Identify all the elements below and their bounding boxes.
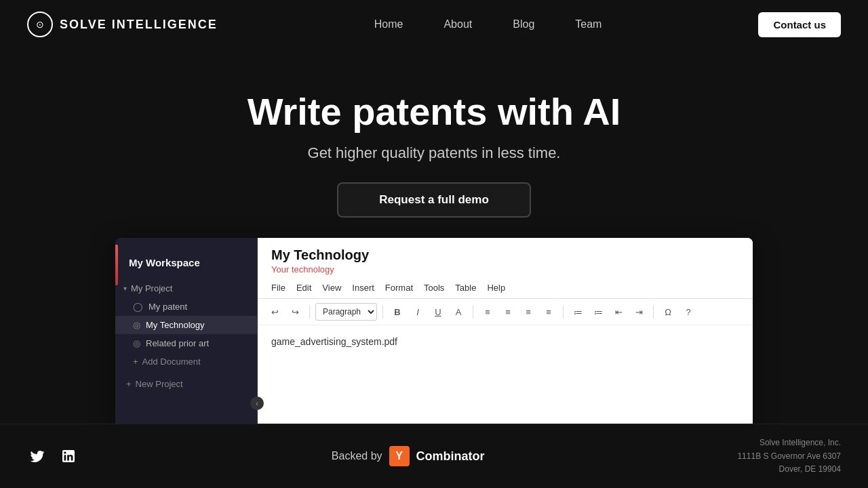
app-window: My Workspace ▾ My Project ◯ My patent ◎ … bbox=[115, 238, 753, 424]
menu-edit[interactable]: Edit bbox=[296, 283, 311, 293]
hero-subtitle: Get higher quality patents in less time. bbox=[14, 144, 854, 162]
special-chars-button[interactable]: Ω bbox=[659, 303, 677, 321]
align-justify-button[interactable]: ≡ bbox=[540, 303, 557, 321]
menu-table[interactable]: Table bbox=[455, 283, 476, 293]
undo-button[interactable]: ↩ bbox=[266, 303, 283, 321]
font-color-button[interactable]: A bbox=[450, 303, 467, 321]
nav-links: Home About Blog Team bbox=[374, 18, 602, 30]
project-section: ▾ My Project ◯ My patent ◎ My Technology… bbox=[115, 279, 257, 371]
toolbar-divider bbox=[309, 305, 310, 319]
combinator-text: Combinator bbox=[416, 449, 485, 464]
backed-by-text: Backed by bbox=[332, 450, 382, 462]
align-center-button[interactable]: ≡ bbox=[499, 303, 517, 321]
twitter-icon[interactable] bbox=[27, 446, 47, 466]
sidebar-item-label: My Technology bbox=[146, 320, 204, 330]
yc-badge: Y bbox=[389, 446, 410, 466]
prior-art-icon: ◎ bbox=[133, 338, 140, 348]
editor-menubar: File Edit View Insert Format Tools Table… bbox=[258, 277, 753, 299]
italic-button[interactable]: I bbox=[409, 303, 427, 321]
menu-help[interactable]: Help bbox=[487, 283, 505, 293]
numbered-list-button[interactable]: ≔ bbox=[589, 303, 607, 321]
indent-dec-button[interactable]: ⇤ bbox=[610, 303, 627, 321]
indent-inc-button[interactable]: ⇥ bbox=[630, 303, 648, 321]
company-name: Solve Intelligence, Inc. bbox=[737, 436, 841, 449]
align-right-button[interactable]: ≡ bbox=[519, 303, 537, 321]
editor-subtitle: Your technology bbox=[271, 264, 739, 274]
menu-view[interactable]: View bbox=[322, 283, 341, 293]
address-line1: 1111B S Governor Ave 6307 bbox=[737, 450, 841, 463]
menu-insert[interactable]: Insert bbox=[352, 283, 374, 293]
nav-team[interactable]: Team bbox=[575, 18, 601, 30]
linkedin-icon[interactable] bbox=[58, 446, 79, 466]
toolbar-divider-3 bbox=[473, 305, 473, 319]
add-document-button[interactable]: + Add Document bbox=[115, 352, 257, 371]
project-header[interactable]: ▾ My Project bbox=[115, 279, 257, 298]
technology-icon: ◎ bbox=[133, 320, 140, 330]
sidebar-item-prior-art[interactable]: ◎ Related prior art bbox=[115, 334, 257, 352]
footer-right: Solve Intelligence, Inc. 1111B S Governo… bbox=[737, 436, 841, 476]
workspace-title: My Workspace bbox=[115, 251, 257, 279]
paragraph-select[interactable]: Paragraph bbox=[315, 303, 377, 321]
menu-file[interactable]: File bbox=[271, 283, 285, 293]
editor-area: My Technology Your technology File Edit … bbox=[258, 238, 753, 424]
address-line2: Dover, DE 19904 bbox=[737, 463, 841, 476]
toolbar-divider-4 bbox=[563, 305, 564, 319]
help-button[interactable]: ? bbox=[679, 303, 697, 321]
align-left-button[interactable]: ≡ bbox=[479, 303, 496, 321]
toolbar-divider-5 bbox=[653, 305, 654, 319]
underline-button[interactable]: U bbox=[429, 303, 447, 321]
bold-button[interactable]: B bbox=[389, 303, 406, 321]
nav-about[interactable]: About bbox=[443, 18, 472, 30]
toolbar-divider-2 bbox=[382, 305, 383, 319]
plus-icon: + bbox=[126, 379, 132, 389]
sidebar-item-patent[interactable]: ◯ My patent bbox=[115, 298, 257, 316]
logo-text: SOLVE INTELLIGENCE bbox=[60, 18, 218, 32]
chevron-down-icon: ▾ bbox=[123, 285, 127, 292]
menu-format[interactable]: Format bbox=[385, 283, 413, 293]
editor-header: My Technology Your technology bbox=[258, 238, 753, 277]
sidebar-accent bbox=[115, 245, 118, 285]
menu-tools[interactable]: Tools bbox=[424, 283, 444, 293]
add-doc-label: Add Document bbox=[142, 357, 201, 367]
sidebar-item-label: Related prior art bbox=[146, 338, 209, 348]
document-icon: ◯ bbox=[133, 302, 143, 312]
sidebar-item-label: My patent bbox=[149, 302, 187, 312]
footer: Backed by Y Combinator Solve Intelligenc… bbox=[0, 424, 868, 488]
nav-blog[interactable]: Blog bbox=[513, 18, 534, 30]
project-name: My Project bbox=[131, 283, 172, 293]
sidebar: My Workspace ▾ My Project ◯ My patent ◎ … bbox=[115, 238, 258, 424]
contact-button[interactable]: Contact us bbox=[758, 12, 841, 37]
plus-icon: + bbox=[133, 357, 138, 367]
new-project-button[interactable]: + New Project bbox=[115, 373, 257, 393]
hero-title: Write patents with AI bbox=[14, 89, 854, 134]
hero-section: Write patents with AI Get higher quality… bbox=[0, 49, 868, 238]
redo-button[interactable]: ↪ bbox=[286, 303, 304, 321]
demo-button[interactable]: Request a full demo bbox=[337, 182, 531, 218]
app-container: My Workspace ▾ My Project ◯ My patent ◎ … bbox=[0, 238, 868, 424]
logo-icon: ⊙ bbox=[27, 12, 53, 37]
sidebar-item-technology[interactable]: ◎ My Technology bbox=[115, 316, 257, 334]
footer-social bbox=[27, 446, 79, 466]
new-project-label: New Project bbox=[136, 379, 183, 389]
bullet-list-button[interactable]: ≔ bbox=[569, 303, 587, 321]
nav-home[interactable]: Home bbox=[374, 18, 403, 30]
footer-center: Backed by Y Combinator bbox=[332, 446, 485, 466]
editor-file-text: game_advertising_system.pdf bbox=[271, 336, 397, 347]
logo: ⊙ SOLVE INTELLIGENCE bbox=[27, 12, 218, 37]
editor-content[interactable]: game_advertising_system.pdf bbox=[258, 325, 753, 424]
editor-title: My Technology bbox=[271, 247, 739, 263]
navbar: ⊙ SOLVE INTELLIGENCE Home About Blog Tea… bbox=[0, 0, 868, 49]
editor-toolbar: ↩ ↪ Paragraph B I U A ≡ ≡ ≡ ≡ ≔ ≔ ⇤ bbox=[258, 299, 753, 325]
